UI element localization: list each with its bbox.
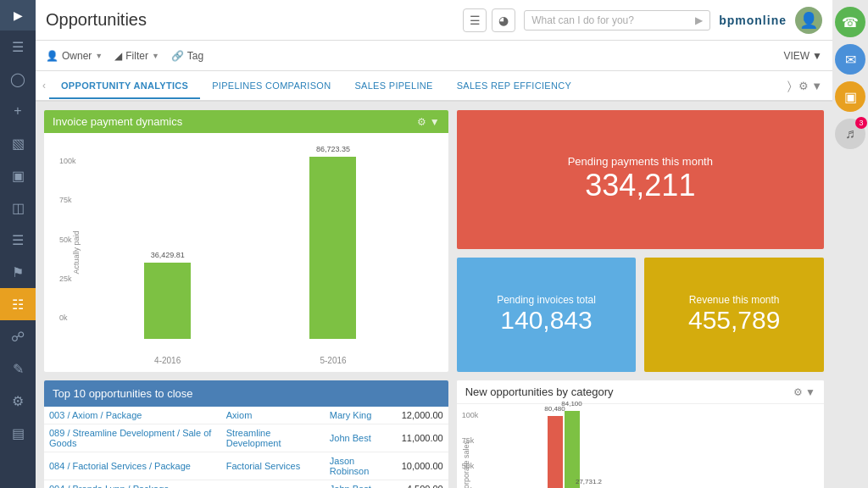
view-label: VIEW <box>783 50 810 62</box>
pending-invoices-value: 140,843 <box>500 306 592 335</box>
x-label-2: 5-2016 <box>320 356 346 365</box>
invoice-card-header: Invoice payment dynamics ⚙ ▼ <box>44 110 448 133</box>
opp-amount: 12,000.00 <box>397 407 448 424</box>
opp-contact: Jason Robinson <box>325 452 397 480</box>
opp-contact: Mary King <box>325 407 397 424</box>
summary-cards: Pending payments this month 334,211 Pend… <box>457 110 824 372</box>
table-row[interactable]: 003 / Axiom / Package Axiom Mary King 12… <box>44 407 448 424</box>
opp-name: 003 / Axiom / Package <box>44 407 221 424</box>
tab-opportunity-analytics[interactable]: OPPORTUNITY ANALYTICS <box>49 74 200 99</box>
new-opps-y-label: New corporate sales <box>462 440 470 488</box>
header-icons: ☰ ◕ <box>463 8 515 32</box>
sidebar-icon-menu[interactable]: ☰ <box>0 30 36 63</box>
bar-2: 86,723.35 <box>309 157 356 339</box>
tabs-back-chevron[interactable]: ‹ <box>42 80 46 92</box>
sidebar-icon-edit[interactable]: ✎ <box>0 352 36 385</box>
opp-amount: 10,000.00 <box>397 452 448 480</box>
top10-header: Top 10 opportunities to close <box>44 380 448 407</box>
opp-name: 004 / Brenda Lynn / Package <box>44 480 221 489</box>
list-view-btn[interactable]: ☰ <box>463 8 487 32</box>
opp-name: 084 / Factorial Services / Package <box>44 452 221 480</box>
sidebar-icon-active[interactable]: ☷ <box>0 288 36 320</box>
x-labels: 4-2016 5-2016 <box>51 356 442 365</box>
opp-company: Streamline Development <box>221 424 325 452</box>
search-icon[interactable]: ▶ <box>695 14 703 26</box>
opp-company <box>221 480 325 489</box>
new-opps-header: New opportunities by category ⚙ ▼ <box>457 380 824 404</box>
tab-pipelines-comparison[interactable]: PIPELINES COMPARISON <box>200 74 342 99</box>
opp-amount: 4,500.00 <box>397 480 448 489</box>
right-sidebar: ☎ ✉ ▣ ♬ 3 <box>832 0 868 488</box>
sidebar-icon-chat[interactable]: ▣ <box>0 159 36 191</box>
pending-invoices-card: Pending invoices total 140,843 <box>457 258 637 373</box>
pending-payments-card: Pending payments this month 334,211 <box>457 110 824 249</box>
sidebar-icon-settings[interactable]: ⚙ <box>0 385 36 417</box>
tag-label: Tag <box>187 50 203 62</box>
sidebar-icon-cart[interactable]: ☍ <box>0 320 36 352</box>
owner-filter-btn[interactable]: 👤 Owner ▼ <box>46 50 103 62</box>
y-ticks: 100k 75k 50k 25k 0k <box>59 157 76 322</box>
page-title: Opportunities <box>46 10 454 30</box>
opp-amount: 11,000.00 <box>397 424 448 452</box>
new-opps-card: New opportunities by category ⚙ ▼ 100k 7… <box>457 380 824 488</box>
search-placeholder: What can I do for you? <box>531 14 690 26</box>
header: Opportunities ☰ ◕ What can I do for you?… <box>36 0 832 41</box>
top-row: Invoice payment dynamics ⚙ ▼ Actually pa… <box>44 110 824 372</box>
right-icon-phone[interactable]: ☎ <box>835 7 865 37</box>
chart-view-btn[interactable]: ◕ <box>492 8 515 32</box>
pending-invoices-label: Pending invoices total <box>497 294 596 306</box>
sidebar-expand-btn[interactable]: ▶ <box>0 0 36 30</box>
right-icon-email[interactable]: ✉ <box>835 44 865 75</box>
new-opps-title: New opportunities by category <box>465 385 614 398</box>
filter-caret: ▼ <box>152 52 159 60</box>
top10-table: 003 / Axiom / Package Axiom Mary King 12… <box>44 407 448 488</box>
tag-icon: 🔗 <box>171 50 184 62</box>
tag-btn[interactable]: 🔗 Tag <box>171 50 203 62</box>
view-caret: ▼ <box>812 50 822 62</box>
revenue-label: Revenue this month <box>689 294 780 306</box>
right-icon-chat[interactable]: ▣ <box>835 81 865 112</box>
sidebar-icon-reports[interactable]: ◫ <box>0 191 36 224</box>
bottom-row: Top 10 opportunities to close 003 / Axio… <box>44 380 824 488</box>
bars-area: 80,48084,10027,731.212,20021,5051,275 <box>491 411 815 488</box>
top10-card: Top 10 opportunities to close 003 / Axio… <box>44 380 448 488</box>
logo: bpmonline <box>719 14 787 27</box>
bar-group-2: 86,723.35 <box>309 157 356 339</box>
tab-sales-pipeline[interactable]: SALES PIPELINE <box>342 74 444 99</box>
bar-cluster: 80,48084,10027,731.2 <box>548 411 597 488</box>
table-row[interactable]: 084 / Factorial Services / Package Facto… <box>44 452 448 480</box>
sidebar-icon-flag[interactable]: ⚑ <box>0 256 36 288</box>
content: Invoice payment dynamics ⚙ ▼ Actually pa… <box>36 102 832 488</box>
invoice-settings-btn[interactable]: ⚙ ▼ <box>417 116 439 128</box>
invoice-title: Invoice payment dynamics <box>53 115 182 128</box>
filter-label: Filter <box>125 50 148 62</box>
sidebar-icon-add[interactable]: + <box>0 95 36 127</box>
grouped-bar-chart: 100k 75k 50k 25k 0k New corporate sales … <box>457 404 824 488</box>
filter-btn[interactable]: ◢ Filter ▼ <box>114 50 159 62</box>
pending-payments-label: Pending payments this month <box>568 155 713 168</box>
tabs-forward-chevron[interactable]: 〉 <box>784 79 795 93</box>
pending-payments-value: 334,211 <box>585 168 695 203</box>
tabs-settings-btn[interactable]: ⚙ ▼ <box>795 80 826 92</box>
table-row[interactable]: 089 / Streamline Development / Sale of G… <box>44 424 448 452</box>
right-icon-bell[interactable]: ♬ 3 <box>835 119 865 149</box>
opp-contact: John Best <box>325 424 397 452</box>
sidebar-icon-dashboard[interactable]: ▧ <box>0 127 36 159</box>
bar-2-value: 86,723.35 <box>316 145 350 153</box>
invoice-card: Invoice payment dynamics ⚙ ▼ Actually pa… <box>44 110 448 372</box>
opp-company: Axiom <box>221 407 325 424</box>
view-btn[interactable]: VIEW ▼ <box>783 50 822 62</box>
avatar[interactable]: 👤 <box>795 7 822 34</box>
invoice-chart-area: Actually paid 100k 75k 50k 25k 0k <box>44 133 448 372</box>
new-opps-settings-btn[interactable]: ⚙ ▼ <box>793 386 815 398</box>
sidebar-icon-more[interactable]: ▤ <box>0 417 36 449</box>
tab-sales-rep-efficiency[interactable]: SALES REP EFFICIENCY <box>445 74 583 99</box>
search-box[interactable]: What can I do for you? ▶ <box>524 10 710 30</box>
table-row[interactable]: 004 / Brenda Lynn / Package John Best 4,… <box>44 480 448 489</box>
main-content: Opportunities ☰ ◕ What can I do for you?… <box>36 0 832 488</box>
owner-label: Owner <box>62 50 92 62</box>
x-label-1: 4-2016 <box>154 356 181 365</box>
sidebar-icon-list[interactable]: ☰ <box>0 224 36 256</box>
bar-1-value: 36,429.81 <box>151 251 185 259</box>
sidebar-icon-home[interactable]: ◯ <box>0 63 36 95</box>
